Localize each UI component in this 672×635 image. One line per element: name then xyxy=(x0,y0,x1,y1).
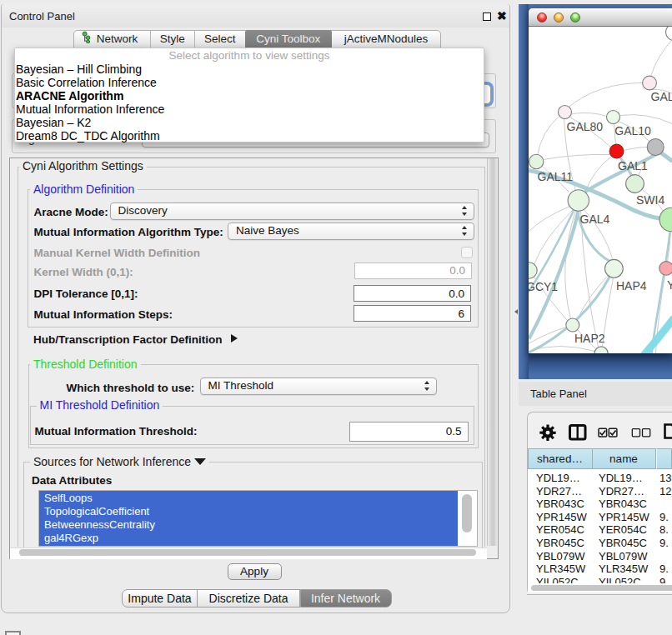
svg-text:GAL11: GAL11 xyxy=(537,170,573,183)
svg-text:GAL80: GAL80 xyxy=(566,119,603,132)
svg-text:GCY1: GCY1 xyxy=(529,280,558,293)
svg-text:SWI4: SWI4 xyxy=(636,193,664,207)
svg-text:HAP2: HAP2 xyxy=(574,332,605,345)
svg-text:YJ: YJ xyxy=(667,278,672,292)
svg-text:GAL4: GAL4 xyxy=(579,212,609,226)
svg-text:GAL10: GAL10 xyxy=(614,123,651,137)
svg-text:HAP4: HAP4 xyxy=(616,279,647,292)
svg-text:GAL2: GAL2 xyxy=(650,89,672,102)
svg-text:GAL1: GAL1 xyxy=(618,158,648,172)
